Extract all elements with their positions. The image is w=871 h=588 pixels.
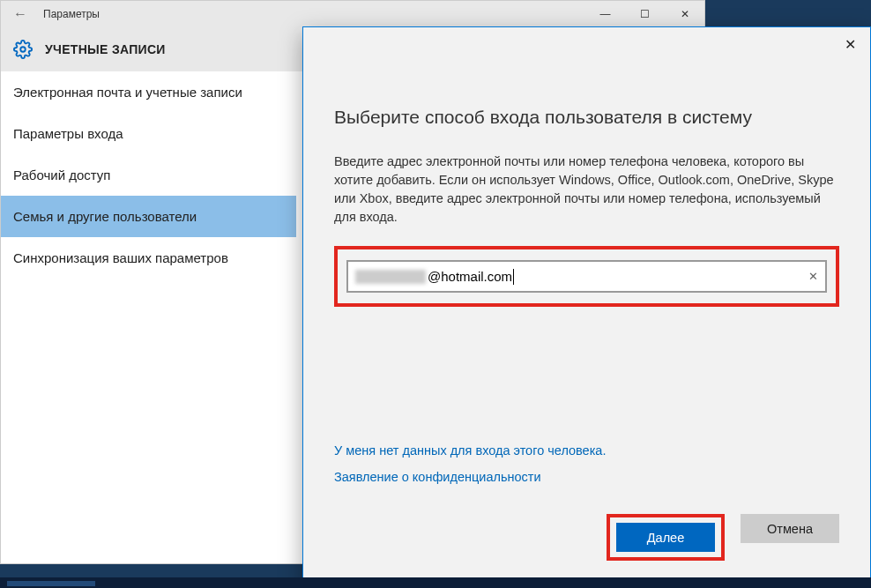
close-icon[interactable]: ✕ (845, 36, 856, 53)
page-title: УЧЕТНЫЕ ЗАПИСИ (45, 42, 166, 56)
link-no-signin-data[interactable]: У меня нет данных для входа этого челове… (334, 443, 839, 458)
input-highlight-box: @hotmail.com ✕ (334, 246, 839, 307)
next-button-highlight: Далее (607, 514, 725, 561)
add-user-modal: ✕ Выберите способ входа пользователя в с… (302, 26, 871, 588)
sidebar-item-work-access[interactable]: Рабочий доступ (1, 154, 296, 196)
svg-point-0 (20, 47, 26, 52)
text-cursor (513, 269, 514, 285)
taskbar (0, 577, 871, 588)
email-input[interactable]: @hotmail.com (428, 269, 512, 284)
sidebar-item-email-accounts[interactable]: Электронная почта и учетные записи (1, 71, 296, 113)
email-input-wrap[interactable]: @hotmail.com ✕ (346, 260, 827, 293)
next-button[interactable]: Далее (616, 523, 715, 552)
sidebar: Электронная почта и учетные записи Парам… (1, 71, 296, 279)
maximize-button[interactable]: ☐ (625, 1, 665, 27)
modal-buttons: Далее Отмена (334, 514, 839, 561)
window-controls: — ☐ ✕ (585, 1, 704, 27)
minimize-button[interactable]: — (585, 1, 625, 27)
taskbar-item[interactable] (7, 581, 95, 586)
modal-links: У меня нет данных для входа этого челове… (334, 443, 839, 496)
window-title: Параметры (43, 8, 100, 20)
gear-icon (13, 40, 33, 59)
clear-input-icon[interactable]: ✕ (808, 270, 818, 283)
titlebar: ← Параметры — ☐ ✕ (1, 1, 704, 27)
sidebar-item-family-other-users[interactable]: Семья и другие пользователи (1, 196, 296, 237)
sidebar-item-signin-options[interactable]: Параметры входа (1, 113, 296, 154)
back-arrow-icon[interactable]: ← (13, 6, 27, 22)
close-window-button[interactable]: ✕ (665, 1, 704, 27)
modal-title: Выберите способ входа пользователя в сис… (334, 107, 839, 128)
sidebar-item-sync-settings[interactable]: Синхронизация ваших параметров (1, 237, 296, 279)
modal-description: Введите адрес электронной почты или номе… (334, 153, 839, 227)
blurred-username (355, 270, 426, 284)
link-privacy-statement[interactable]: Заявление о конфиденциальности (334, 470, 839, 484)
cancel-button[interactable]: Отмена (741, 514, 839, 543)
